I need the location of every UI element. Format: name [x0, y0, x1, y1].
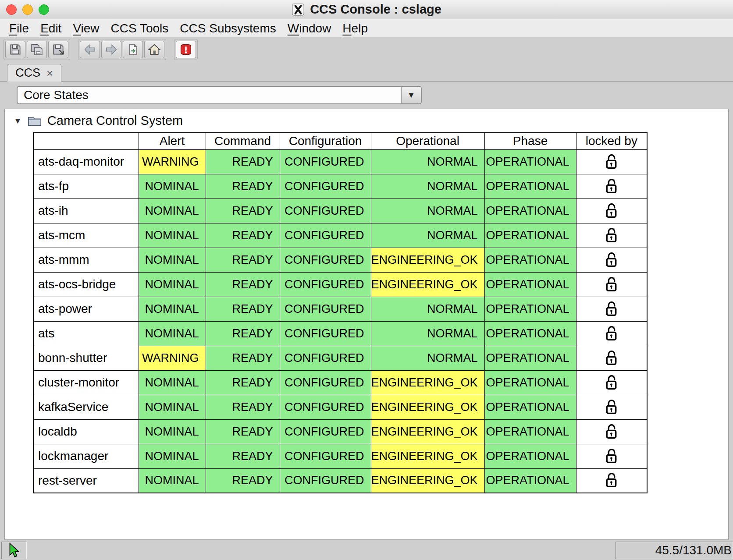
alert-cell[interactable]: WARNING	[139, 149, 206, 174]
tree-node-label[interactable]: Camera Control System	[47, 113, 183, 128]
phase-cell[interactable]: OPERATIONAL	[484, 297, 576, 321]
phase-cell[interactable]: OPERATIONAL	[484, 174, 576, 198]
phase-cell[interactable]: OPERATIONAL	[484, 149, 576, 174]
close-window-button[interactable]	[6, 4, 17, 15]
menu-item-window[interactable]: Window	[282, 21, 337, 35]
subsystem-name-cell[interactable]: ats-mcm	[33, 223, 139, 248]
subsystem-name-cell[interactable]: localdb	[33, 419, 139, 444]
alert-cell[interactable]: NOMINAL	[139, 248, 206, 272]
alerts-button[interactable]	[176, 41, 196, 58]
operational-cell[interactable]: NORMAL	[371, 346, 484, 370]
phase-cell[interactable]: OPERATIONAL	[484, 272, 576, 297]
phase-cell[interactable]: OPERATIONAL	[484, 419, 576, 444]
locked-by-cell[interactable]	[576, 468, 647, 493]
subsystem-name-cell[interactable]: cluster-monitor	[33, 370, 139, 395]
locked-by-cell[interactable]	[576, 370, 647, 395]
configuration-cell[interactable]: CONFIGURED	[280, 174, 371, 198]
alert-cell[interactable]: NOMINAL	[139, 198, 206, 223]
alert-cell[interactable]: NOMINAL	[139, 272, 206, 297]
command-cell[interactable]: READY	[206, 223, 280, 248]
subsystem-name-cell[interactable]: rest-server	[33, 468, 139, 493]
subsystem-name-cell[interactable]: ats-mmm	[33, 248, 139, 272]
phase-cell[interactable]: OPERATIONAL	[484, 223, 576, 248]
alert-cell[interactable]: NOMINAL	[139, 174, 206, 198]
combobox-dropdown-button[interactable]: ▼	[401, 87, 421, 103]
configuration-cell[interactable]: CONFIGURED	[280, 444, 371, 468]
alert-cell[interactable]: WARNING	[139, 346, 206, 370]
table-row[interactable]: cluster-monitor NOMINAL READY CONFIGURED…	[33, 370, 647, 395]
locked-by-cell[interactable]	[576, 321, 647, 346]
alert-cell[interactable]: NOMINAL	[139, 321, 206, 346]
table-row[interactable]: lockmanager NOMINAL READY CONFIGURED ENG…	[33, 444, 647, 468]
operational-cell[interactable]: ENGINEERING_OK	[371, 248, 484, 272]
configuration-cell[interactable]: CONFIGURED	[280, 297, 371, 321]
operational-cell[interactable]: NORMAL	[371, 297, 484, 321]
save-all-button[interactable]	[27, 41, 47, 58]
table-row[interactable]: ats-mcm NOMINAL READY CONFIGURED NORMAL …	[33, 223, 647, 248]
configuration-cell[interactable]: CONFIGURED	[280, 198, 371, 223]
locked-by-cell[interactable]	[576, 297, 647, 321]
locked-by-cell[interactable]	[576, 346, 647, 370]
subsystem-name-cell[interactable]: ats-power	[33, 297, 139, 321]
configuration-cell[interactable]: CONFIGURED	[280, 346, 371, 370]
configuration-cell[interactable]: CONFIGURED	[280, 419, 371, 444]
menu-item-help[interactable]: Help	[337, 21, 374, 35]
menu-item-edit[interactable]: Edit	[35, 21, 67, 35]
command-cell[interactable]: READY	[206, 468, 280, 493]
locked-by-cell[interactable]	[576, 174, 647, 198]
forward-button[interactable]	[101, 41, 121, 58]
locked-by-cell[interactable]	[576, 419, 647, 444]
alert-cell[interactable]: NOMINAL	[139, 395, 206, 419]
command-cell[interactable]: READY	[206, 321, 280, 346]
menu-item-ccs-subsystems[interactable]: CCS Subsystems	[174, 21, 281, 35]
configuration-cell[interactable]: CONFIGURED	[280, 272, 371, 297]
subsystem-name-cell[interactable]: kafkaService	[33, 395, 139, 419]
configuration-cell[interactable]: CONFIGURED	[280, 395, 371, 419]
alert-cell[interactable]: NOMINAL	[139, 419, 206, 444]
alert-cell[interactable]: NOMINAL	[139, 223, 206, 248]
subsystem-name-cell[interactable]: lockmanager	[33, 444, 139, 468]
table-row[interactable]: ats-ih NOMINAL READY CONFIGURED NORMAL O…	[33, 198, 647, 223]
operational-cell[interactable]: NORMAL	[371, 321, 484, 346]
subsystem-name-cell[interactable]: bonn-shutter	[33, 346, 139, 370]
table-row[interactable]: kafkaService NOMINAL READY CONFIGURED EN…	[33, 395, 647, 419]
alert-cell[interactable]: NOMINAL	[139, 468, 206, 493]
table-row[interactable]: ats-daq-monitor WARNING READY CONFIGURED…	[33, 149, 647, 174]
configuration-cell[interactable]: CONFIGURED	[280, 370, 371, 395]
tab-close-icon[interactable]: ×	[46, 67, 53, 79]
command-cell[interactable]: READY	[206, 174, 280, 198]
locked-by-cell[interactable]	[576, 149, 647, 174]
command-cell[interactable]: READY	[206, 419, 280, 444]
table-row[interactable]: ats NOMINAL READY CONFIGURED NORMAL OPER…	[33, 321, 647, 346]
command-cell[interactable]: READY	[206, 346, 280, 370]
command-cell[interactable]: READY	[206, 198, 280, 223]
phase-cell[interactable]: OPERATIONAL	[484, 370, 576, 395]
phase-cell[interactable]: OPERATIONAL	[484, 321, 576, 346]
save-as-button[interactable]	[48, 41, 68, 58]
subsystem-name-cell[interactable]: ats-ih	[33, 198, 139, 223]
command-cell[interactable]: READY	[206, 149, 280, 174]
phase-cell[interactable]: OPERATIONAL	[484, 444, 576, 468]
table-row[interactable]: ats-power NOMINAL READY CONFIGURED NORMA…	[33, 297, 647, 321]
tree-node-camera-control-system[interactable]: ▼ Camera Control System	[5, 109, 728, 130]
command-cell[interactable]: READY	[206, 395, 280, 419]
table-row[interactable]: ats-fp NOMINAL READY CONFIGURED NORMAL O…	[33, 174, 647, 198]
locked-by-cell[interactable]	[576, 248, 647, 272]
menu-item-ccs-tools[interactable]: CCS Tools	[105, 21, 174, 35]
phase-cell[interactable]: OPERATIONAL	[484, 468, 576, 493]
command-cell[interactable]: READY	[206, 444, 280, 468]
locked-by-cell[interactable]	[576, 223, 647, 248]
tab-ccs[interactable]: CCS ×	[7, 64, 61, 82]
table-row[interactable]: localdb NOMINAL READY CONFIGURED ENGINEE…	[33, 419, 647, 444]
configuration-cell[interactable]: CONFIGURED	[280, 468, 371, 493]
phase-cell[interactable]: OPERATIONAL	[484, 248, 576, 272]
operational-cell[interactable]: NORMAL	[371, 174, 484, 198]
subsystem-name-cell[interactable]: ats	[33, 321, 139, 346]
configuration-cell[interactable]: CONFIGURED	[280, 149, 371, 174]
refresh-page-button[interactable]	[123, 41, 143, 58]
locked-by-cell[interactable]	[576, 198, 647, 223]
subsystem-name-cell[interactable]: ats-daq-monitor	[33, 149, 139, 174]
operational-cell[interactable]: NORMAL	[371, 198, 484, 223]
command-cell[interactable]: READY	[206, 272, 280, 297]
operational-cell[interactable]: ENGINEERING_OK	[371, 272, 484, 297]
